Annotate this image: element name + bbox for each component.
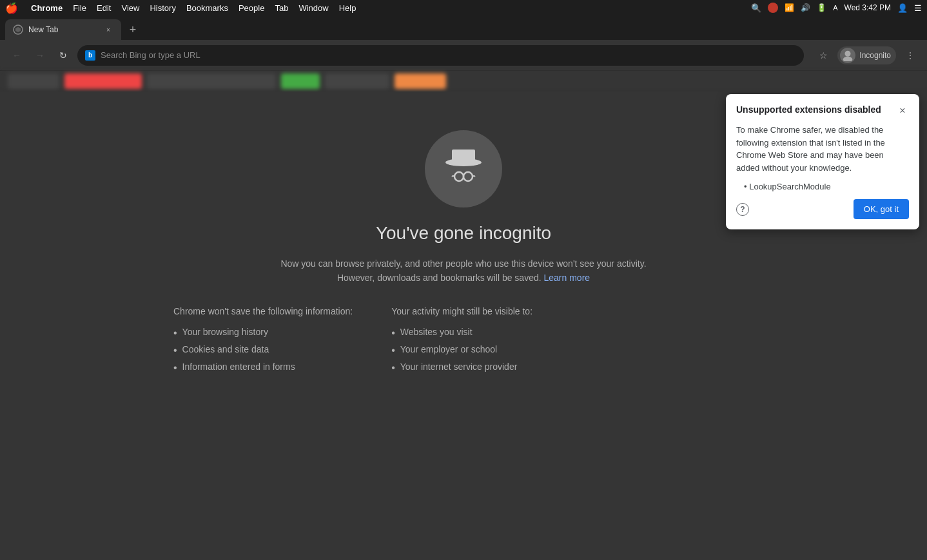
app-name[interactable]: Chrome (31, 3, 63, 13)
menu-edit[interactable]: Edit (97, 3, 111, 13)
menubar-right: 🔍 📶 🔊 🔋 A Wed 3:42 PM 👤 ☰ (751, 3, 922, 13)
bookmark-4 (281, 73, 320, 89)
active-tab[interactable]: New Tab × (5, 19, 121, 40)
notification-help-button[interactable]: ? (736, 203, 749, 216)
address-text: Search Bing or type a URL (101, 50, 796, 60)
col2-item-3: Your internet service provider (391, 359, 532, 376)
bookmarks-bar (0, 71, 927, 92)
bookmark-5 (325, 73, 389, 89)
notification-popup: Unsupported extensions disabled × To mak… (726, 94, 919, 229)
incognito-content: You've gone incognito Now you can browse… (161, 130, 766, 376)
menu-file[interactable]: File (73, 3, 86, 13)
bookmark-button[interactable]: ☆ (814, 46, 832, 64)
menu-history[interactable]: History (150, 3, 175, 13)
bing-icon: b (85, 50, 95, 61)
menu-view[interactable]: View (121, 3, 139, 13)
profile-button[interactable]: Incognito (837, 46, 896, 64)
col1-title: Chrome won't save the following informat… (173, 306, 353, 316)
address-bar-row: ← → ↻ b Search Bing or type a URL ☆ Inco… (0, 40, 927, 71)
reload-button[interactable]: ↻ (54, 46, 72, 64)
battery-icon: 🔋 (817, 3, 826, 12)
macos-menubar: 🍎 Chrome File Edit View History Bookmark… (0, 0, 927, 15)
new-tab-button[interactable]: + (124, 21, 142, 39)
address-bar-right: ☆ Incognito ⋮ (814, 46, 919, 64)
menu-people[interactable]: People (239, 3, 264, 13)
keyboard-icon: A (833, 4, 837, 12)
incognito-title: You've gone incognito (376, 223, 551, 244)
wifi-icon: 📶 (785, 3, 794, 12)
volume-icon: 🔊 (801, 3, 810, 12)
menu-help[interactable]: Help (339, 3, 356, 13)
svg-point-2 (843, 56, 852, 61)
menu-tab[interactable]: Tab (275, 3, 288, 13)
menu-bookmarks[interactable]: Bookmarks (186, 3, 228, 13)
notification-title: Unsupported extensions disabled (736, 104, 896, 115)
bookmark-3 (147, 73, 276, 89)
col1-item-3: Information entered in forms (173, 359, 353, 376)
col2-item-1: Websites you visit (391, 324, 532, 342)
tab-title: New Tab (28, 25, 98, 34)
incognito-col-2: Your activity might still be visible to:… (391, 306, 532, 377)
profile-label: Incognito (859, 51, 891, 60)
tab-bar: New Tab × + (0, 15, 927, 40)
menu-window[interactable]: Window (298, 3, 328, 13)
main-content: You've gone incognito Now you can browse… (0, 92, 927, 560)
notification-ok-button[interactable]: OK, got it (854, 199, 909, 219)
incognito-svg (438, 143, 489, 195)
tab-favicon (13, 24, 23, 35)
bookmark-1 (8, 73, 59, 89)
bookmark-6 (395, 73, 446, 89)
user-icon[interactable]: 👤 (897, 3, 908, 13)
col2-title: Your activity might still be visible to: (391, 306, 532, 316)
controlcenter-icon[interactable]: ☰ (914, 3, 922, 13)
menubar-time: Wed 3:42 PM (844, 3, 891, 12)
incognito-description: Now you can browse privately, and other … (270, 256, 657, 285)
col1-item-1: Your browsing history (173, 324, 353, 342)
notification-extension: • LookupSearchModule (744, 182, 909, 191)
incognito-icon (425, 130, 502, 208)
apple-menu-icon[interactable]: 🍎 (5, 2, 18, 14)
col1-list: Your browsing history Cookies and site d… (173, 324, 353, 377)
col2-item-2: Your employer or school (391, 342, 532, 359)
more-button[interactable]: ⋮ (901, 46, 919, 64)
incognito-columns: Chrome won't save the following informat… (161, 306, 532, 377)
notification-body: To make Chrome safer, we disabled the fo… (736, 124, 909, 174)
col2-list: Websites you visit Your employer or scho… (391, 324, 532, 377)
forward-button[interactable]: → (31, 46, 49, 64)
chrome-window: New Tab × + ← → ↻ b Search Bing or type … (0, 15, 927, 560)
incognito-avatar (840, 48, 855, 63)
tab-close-button[interactable]: × (103, 24, 113, 35)
col1-item-2: Cookies and site data (173, 342, 353, 359)
rdio-icon (768, 3, 778, 13)
spotlight-icon[interactable]: 🔍 (751, 3, 761, 13)
notification-footer: ? OK, got it (736, 199, 909, 219)
bookmark-2 (64, 73, 142, 89)
address-bar[interactable]: b Search Bing or type a URL (77, 45, 804, 66)
incognito-col-1: Chrome won't save the following informat… (173, 306, 353, 377)
learn-more-link[interactable]: Learn more (544, 273, 590, 283)
back-button[interactable]: ← (8, 46, 26, 64)
svg-rect-4 (452, 150, 475, 163)
svg-point-1 (845, 50, 851, 56)
notification-header: Unsupported extensions disabled × (736, 104, 909, 117)
notification-close-button[interactable]: × (896, 104, 909, 117)
